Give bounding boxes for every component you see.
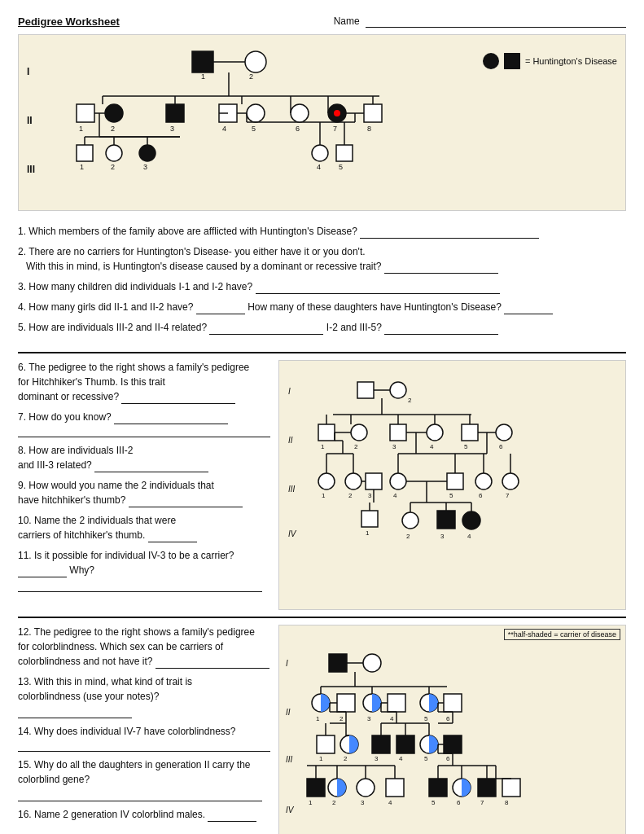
q16-answer[interactable]	[208, 810, 256, 822]
svg-rect-124	[361, 511, 378, 527]
svg-text:7: 7	[480, 799, 484, 806]
svg-rect-186	[444, 735, 462, 753]
q15-text2: colorblind gene?	[18, 772, 270, 801]
svg-text:5: 5	[252, 125, 256, 133]
svg-text:2: 2	[406, 533, 410, 540]
divider-2	[18, 617, 626, 618]
name-field	[366, 15, 626, 28]
question-5: 5. How are individuals III-2 and II-4 re…	[18, 320, 626, 335]
q11-answer1[interactable]	[18, 566, 67, 577]
svg-point-71	[351, 424, 367, 441]
q16-text: 16. Name 2 generation IV colorblind male…	[18, 807, 270, 822]
page-title: Pedigree Worksheet	[18, 15, 120, 28]
svg-point-1	[245, 51, 266, 72]
svg-text:3: 3	[170, 125, 174, 133]
q15-text: 15. Why do all the daughters in generati…	[18, 757, 270, 772]
q10-answer[interactable]	[148, 531, 197, 542]
svg-rect-179	[372, 735, 390, 753]
q11: 11. Is it possible for individual IV-3 t…	[18, 548, 270, 592]
svg-point-85	[496, 424, 512, 441]
svg-text:II: II	[286, 708, 291, 717]
q10: 10. Name the 2 individuals that were car…	[18, 513, 270, 542]
q11-answer2[interactable]	[18, 581, 262, 592]
svg-text:3: 3	[392, 443, 396, 450]
question-1: 1. Which members of the family above are…	[18, 224, 626, 239]
q7-answer2[interactable]	[18, 426, 270, 437]
svg-rect-69	[318, 424, 335, 441]
q5-answer1[interactable]	[209, 323, 323, 335]
q2-line2: With this in mind, is Huntington's disea…	[18, 259, 626, 274]
svg-text:III: III	[288, 485, 296, 494]
svg-rect-0	[192, 51, 213, 72]
q10-text2: carriers of hitchhiker's thumb.	[18, 528, 270, 542]
svg-rect-60	[504, 53, 520, 69]
q12: 12. The pedigree to the right shows a fa…	[18, 625, 270, 669]
q12-answer[interactable]	[156, 657, 269, 669]
svg-text:I: I	[286, 659, 288, 668]
pedigree3-svg: I II	[284, 642, 528, 834]
svg-text:1: 1	[80, 163, 84, 171]
svg-text:6: 6	[457, 799, 461, 806]
svg-text:5: 5	[432, 799, 436, 806]
svg-text:3: 3	[368, 492, 372, 499]
svg-rect-50	[336, 145, 353, 161]
q6-answer[interactable]	[121, 393, 235, 404]
svg-rect-153	[388, 694, 405, 712]
q8-answer[interactable]	[94, 461, 208, 472]
q1-answer[interactable]	[360, 227, 539, 239]
q6: 6. The pedigree to the right shows a fam…	[18, 360, 270, 404]
svg-text:3: 3	[375, 755, 379, 762]
q8-text: 8. How are individuals III-2	[18, 443, 270, 458]
svg-point-202	[357, 779, 375, 797]
svg-text:2: 2	[249, 72, 253, 81]
question-4: 4. How many girls did II-1 and II-2 have…	[18, 300, 626, 314]
q4-text: 4. How many girls did II-1 and II-2 have…	[18, 301, 193, 313]
svg-rect-173	[317, 735, 335, 753]
q13-answer[interactable]	[18, 707, 132, 718]
questions-section-1: 1. Which members of the family above are…	[18, 219, 626, 345]
q5-text: 5. How are individuals III-2 and II-4 re…	[18, 322, 207, 333]
huntingtons-pedigree-section: I II III 1 2	[18, 34, 626, 211]
svg-text:8: 8	[367, 125, 371, 133]
svg-text:4: 4	[467, 533, 471, 540]
svg-text:5: 5	[339, 163, 343, 171]
q4-answer2[interactable]	[504, 303, 553, 314]
svg-text:5: 5	[424, 755, 428, 762]
question-3: 3. How many children did individuals I-1…	[18, 279, 626, 294]
svg-rect-210	[502, 779, 520, 797]
q5-answer2[interactable]	[384, 323, 498, 335]
q6-text: 6. The pedigree to the right shows a fam…	[18, 360, 270, 375]
svg-rect-204	[429, 779, 447, 797]
svg-rect-200	[307, 779, 325, 797]
q10-text: 10. Name the 2 individuals that were	[18, 513, 270, 528]
svg-point-26	[334, 110, 340, 116]
svg-rect-208	[478, 779, 496, 797]
svg-text:IV: IV	[288, 529, 297, 538]
svg-text:7: 7	[333, 125, 337, 133]
q3-answer[interactable]	[256, 283, 500, 294]
svg-text:4: 4	[390, 715, 394, 722]
q4-answer1[interactable]	[196, 303, 245, 314]
q15-answer[interactable]	[18, 790, 262, 801]
svg-text:1: 1	[322, 492, 326, 499]
divider-1	[18, 352, 626, 353]
svg-point-129	[462, 511, 480, 529]
svg-text:2: 2	[354, 443, 358, 450]
section3-questions: 12. The pedigree to the right shows a fa…	[18, 625, 270, 834]
legend-note: **half-shaded = carrier of disease	[504, 629, 620, 640]
q7-answer1[interactable]	[114, 413, 228, 424]
q9-answer[interactable]	[129, 496, 243, 507]
svg-text:1: 1	[319, 755, 323, 762]
svg-point-59	[483, 53, 499, 69]
svg-text:1: 1	[321, 443, 325, 450]
q8: 8. How are individuals III-2 and III-3 r…	[18, 443, 270, 472]
svg-text:6: 6	[479, 492, 483, 499]
q14-answer[interactable]	[18, 740, 270, 752]
svg-text:IV: IV	[286, 805, 295, 814]
q2-answer[interactable]	[384, 262, 498, 274]
q11-text: 11. Is it possible for individual IV-3 t…	[18, 548, 270, 592]
svg-rect-107	[447, 473, 463, 489]
svg-text:6: 6	[446, 715, 450, 722]
svg-text:3: 3	[143, 163, 147, 171]
q13-text2: colorblindness (use your notes)?	[18, 689, 270, 718]
